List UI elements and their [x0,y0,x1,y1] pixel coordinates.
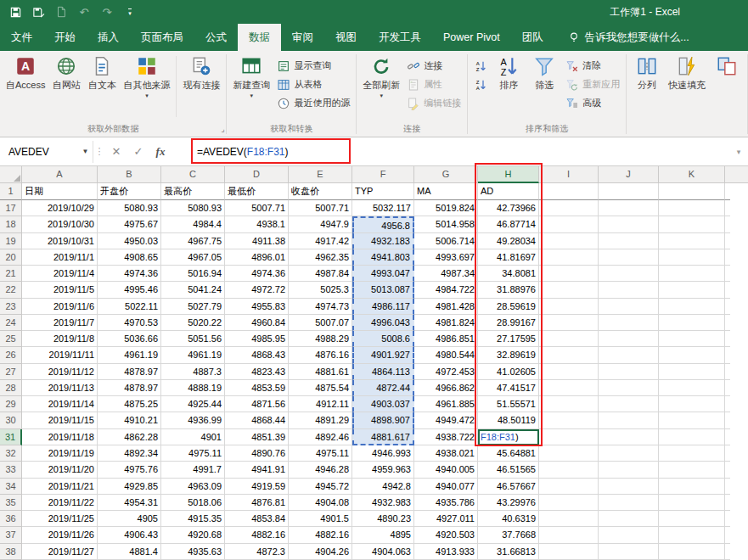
cell-B21[interactable]: 4974.36 [98,266,161,282]
cell-B17[interactable]: 5080.93 [98,200,161,216]
tab-home[interactable]: 开始 [43,24,87,51]
row-header-30[interactable]: 30 [0,412,22,428]
ribbon-sortbig-button[interactable]: AZ排序 [491,53,526,121]
cell-D36[interactable]: 4853.84 [225,511,289,527]
cell-C27[interactable]: 4887.3 [161,364,225,380]
cell-K24[interactable] [659,315,725,331]
cell-J29[interactable] [599,396,659,412]
cell-K17[interactable] [659,200,725,216]
cell-J18[interactable] [599,216,659,232]
tab-file[interactable]: 文件 [0,24,43,51]
cell-E27[interactable]: 4881.61 [289,364,352,380]
tab-review[interactable]: 审阅 [281,24,324,51]
cell-I37[interactable] [539,527,599,543]
ribbon-editlinks-button[interactable]: 编辑链接 [403,94,464,112]
cell-E32[interactable]: 4975.11 [289,445,352,462]
cell-J32[interactable] [599,445,659,462]
cell-H19[interactable]: 49.28034 [478,233,539,249]
cell-H27[interactable]: 41.02605 [478,364,539,380]
cell-A38[interactable]: 2019/11/27 [22,544,98,560]
cell-K26[interactable] [659,347,725,363]
row-header-35[interactable]: 35 [0,495,22,511]
formula-bar-expand-icon[interactable]: ▾ [729,148,748,156]
cell-H1[interactable]: AD [478,183,539,200]
cell-G37[interactable]: 4920.503 [414,527,478,543]
cell-I20[interactable] [539,249,599,266]
cell-A33[interactable]: 2019/11/20 [22,462,98,478]
row-header-22[interactable]: 22 [0,282,22,298]
cell-D24[interactable]: 4960.84 [225,315,289,331]
cell-F23[interactable]: 4986.117 [352,299,414,315]
cell-B33[interactable]: 4975.76 [98,462,161,478]
cell-D19[interactable]: 4911.38 [225,233,289,249]
cell-K18[interactable] [659,216,725,232]
cell-F37[interactable]: 4895 [352,527,414,543]
ribbon-showq-button[interactable]: 显示查询 [273,57,353,75]
cell-C32[interactable]: 4975.11 [161,445,225,462]
cell-B1[interactable]: 开盘价 [98,183,161,200]
cell-C17[interactable]: 5080.93 [161,200,225,216]
cell-I34[interactable] [539,479,599,495]
cell-F28[interactable]: 4872.44 [352,380,414,396]
cell-H38[interactable]: 31.66813 [478,544,539,560]
cell-C1[interactable]: 最高价 [161,183,225,200]
cell-B22[interactable]: 4995.46 [98,282,161,298]
row-header-33[interactable]: 33 [0,462,22,478]
cell-A35[interactable]: 2019/11/22 [22,495,98,511]
ribbon-reapply-button[interactable]: 重新应用 [562,76,623,93]
qat-customize-icon[interactable]: ▾ [123,5,137,19]
cell-G24[interactable]: 4981.824 [414,315,478,331]
cell-E29[interactable]: 4912.11 [289,396,352,412]
tell-me[interactable]: 告诉我您想要做什么... [568,24,689,51]
tab-data[interactable]: 数据 [238,24,281,51]
enter-button[interactable]: ✓ [127,142,149,162]
cell-I1[interactable] [539,183,599,200]
document-icon[interactable] [54,5,68,19]
cell-I26[interactable] [539,347,599,363]
cell-G17[interactable]: 5019.824 [414,200,478,216]
cell-B19[interactable]: 4950.03 [98,233,161,249]
cell-H20[interactable]: 41.81697 [478,249,539,266]
ribbon-recentsrc-button[interactable]: 最近使用的源 [273,94,353,112]
name-box[interactable]: AVEDEV ▼ [0,141,93,163]
cell-C31[interactable]: 4901 [161,429,225,445]
ribbon-refresh-button[interactable]: 全部刷新▾ [359,53,403,121]
tab-formulas[interactable]: 公式 [194,24,238,51]
row-header-23[interactable]: 23 [0,299,22,315]
cell-K37[interactable] [659,527,725,543]
cell-J26[interactable] [599,347,659,363]
cell-A29[interactable]: 2019/11/14 [22,396,98,412]
cell-A21[interactable]: 2019/11/4 [22,266,98,282]
cell-H23[interactable]: 28.59619 [478,299,539,315]
cell-I24[interactable] [539,315,599,331]
row-header-1[interactable]: 1 [0,183,22,200]
cell-A32[interactable]: 2019/11/19 [22,445,98,462]
cell-G31[interactable]: 4938.722 [414,429,478,445]
cell-C30[interactable]: 4936.99 [161,412,225,428]
row-header-38[interactable]: 38 [0,544,22,560]
cell-D30[interactable]: 4868.44 [225,412,289,428]
ribbon-sortza-button[interactable]: ZA [470,76,491,93]
cell-H24[interactable]: 28.99167 [478,315,539,331]
cell-A28[interactable]: 2019/11/13 [22,380,98,396]
cell-C36[interactable]: 4915.35 [161,511,225,527]
cell-B37[interactable]: 4906.43 [98,527,161,543]
cell-G19[interactable]: 5006.714 [414,233,478,249]
cell-C21[interactable]: 5016.94 [161,266,225,282]
redo-icon[interactable]: ↷ [100,5,114,19]
cell-J31[interactable] [599,429,659,445]
cell-A20[interactable]: 2019/11/1 [22,249,98,266]
cell-A18[interactable]: 2019/10/30 [22,216,98,232]
cell-K29[interactable] [659,396,725,412]
cell-H36[interactable]: 40.6319 [478,511,539,527]
cell-J19[interactable] [599,233,659,249]
cell-K36[interactable] [659,511,725,527]
column-header-J[interactable]: J [599,166,659,183]
ribbon-textfile-button[interactable]: 自文本 [84,53,120,121]
ribbon-newquery-button[interactable]: 新建查询▾ [229,53,273,121]
cell-H33[interactable]: 46.51565 [478,462,539,478]
ribbon-flashfill-button[interactable]: 快速填充 [665,53,709,121]
cell-E18[interactable]: 4947.9 [289,216,352,232]
row-header-25[interactable]: 25 [0,331,22,347]
cell-C25[interactable]: 5051.56 [161,331,225,347]
